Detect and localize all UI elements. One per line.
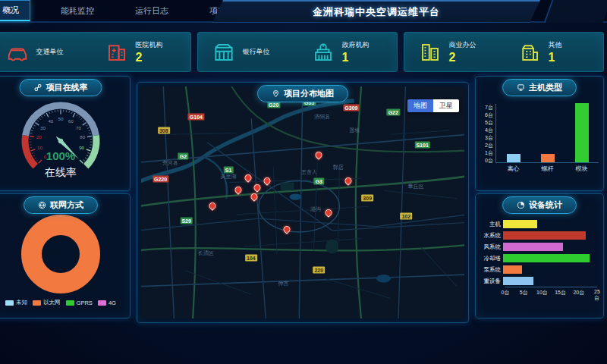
x-tick-label: 0台 bbox=[502, 289, 510, 297]
x-axis: 0台5台10台15台20台25台 bbox=[505, 287, 597, 296]
stat-card: 银行单位政府机构1 bbox=[197, 32, 398, 72]
stat-item: 商业办公2 bbox=[404, 33, 504, 71]
network-donut-chart bbox=[21, 215, 100, 293]
government-icon bbox=[312, 41, 335, 64]
y-tick-label: 3台 bbox=[485, 134, 493, 142]
map-view-button[interactable]: 地图 bbox=[407, 99, 433, 112]
stat-count: 2 bbox=[136, 51, 177, 64]
nav-tab[interactable]: 运行日志 bbox=[124, 0, 179, 21]
x-tick-label: 5台 bbox=[520, 289, 528, 297]
stats-row: 交通单位医院机构2银行单位政府机构1商业办公2其他1 bbox=[0, 32, 604, 72]
top-nav: 概况能耗监控运行日志项目列表视频监控 金洲科瑞中央空调运维平台 bbox=[0, 0, 607, 23]
category-label: 泵系统 bbox=[480, 266, 503, 274]
chart-row: 泵系统 bbox=[480, 264, 597, 275]
svg-text:50: 50 bbox=[58, 116, 64, 121]
map-place-label: 仲宫 bbox=[278, 280, 288, 287]
road-badge: G22 bbox=[387, 108, 400, 115]
category-label: 水系统 bbox=[480, 232, 503, 240]
header-title-panel: 金洲科瑞中央空调运维平台 bbox=[212, 0, 540, 23]
device-stats-title: 设备统计 bbox=[529, 199, 562, 211]
host-type-header: 主机类型 bbox=[502, 79, 577, 96]
bar bbox=[507, 154, 521, 162]
bar-track bbox=[503, 243, 597, 251]
stat-meta: 医院机构2 bbox=[136, 40, 177, 64]
category-label: 风系统 bbox=[480, 243, 503, 251]
bar bbox=[503, 254, 590, 262]
stat-card: 交通单位医院机构2 bbox=[0, 32, 191, 72]
svg-text:20: 20 bbox=[36, 134, 42, 140]
y-tick-label: 7台 bbox=[485, 104, 493, 111]
legend-label: 未知 bbox=[16, 299, 27, 306]
legend-chip bbox=[5, 300, 14, 306]
main-grid: 项目在线率 0102030405060708090 100% 在线率 联网方式 … bbox=[0, 76, 604, 323]
bar-track bbox=[503, 254, 597, 262]
map-roads-layer bbox=[141, 86, 464, 318]
road-badge: G104 bbox=[188, 113, 204, 120]
bar bbox=[503, 243, 563, 251]
category-label: 主机 bbox=[480, 221, 503, 228]
map-place-label: 齐河县 bbox=[162, 159, 178, 167]
legend-chip bbox=[33, 300, 41, 306]
map-place-label: 章丘区 bbox=[408, 183, 424, 190]
globe-icon bbox=[38, 201, 46, 209]
stat-meta: 银行单位 bbox=[243, 47, 284, 58]
nav-tab[interactable]: 概况 bbox=[0, 0, 30, 21]
x-tick-label: 25台 bbox=[594, 289, 600, 302]
stat-count: 1 bbox=[549, 51, 590, 64]
road-badge: S1 bbox=[224, 167, 234, 174]
y-tick-label: 1台 bbox=[485, 149, 493, 157]
map-canvas[interactable]: 地图 卫星 齐河县济阳县遥墙美里湖王舍人郭店章丘区港沟长清区仲宫G20G35G2… bbox=[141, 86, 464, 318]
bar bbox=[575, 103, 589, 162]
host-type-title: 主机类型 bbox=[529, 82, 562, 93]
online-rate-title: 项目在线率 bbox=[46, 82, 88, 93]
legend-item[interactable]: 4G bbox=[98, 299, 116, 306]
office-icon bbox=[419, 41, 442, 64]
bar bbox=[503, 277, 533, 285]
page-title: 金洲科瑞中央空调运维平台 bbox=[313, 5, 440, 19]
stat-item: 交通单位 bbox=[0, 33, 91, 71]
stat-card: 商业办公2其他1 bbox=[404, 32, 604, 72]
pie-chart-icon bbox=[517, 201, 525, 209]
map-title: 项目分布地图 bbox=[284, 88, 334, 99]
host-type-panel: 主机类型 7台6台5台4台3台2台1台0台 离心螺杆模块 bbox=[475, 76, 604, 191]
legend-item[interactable]: GPRS bbox=[66, 299, 93, 306]
road-badge: 308 bbox=[158, 127, 170, 134]
chiller-icon bbox=[517, 83, 525, 92]
map-place-label: 遥墙 bbox=[349, 127, 360, 134]
chart-row: 冷却塔 bbox=[480, 253, 597, 264]
svg-text:60: 60 bbox=[68, 118, 74, 124]
stat-count: 2 bbox=[449, 51, 490, 64]
legend-label: 以太网 bbox=[43, 299, 61, 306]
device-stats-chart: 主机水系统风系统冷却塔泵系统重设备0台5台10台15台20台25台 bbox=[480, 218, 597, 296]
hospital-icon bbox=[105, 41, 128, 64]
stat-meta: 商业办公2 bbox=[449, 40, 490, 64]
stat-count: 1 bbox=[342, 51, 383, 64]
legend-label: 4G bbox=[109, 300, 116, 306]
map-panel: 项目分布地图 bbox=[137, 82, 469, 323]
chart-row: 水系统 bbox=[480, 230, 597, 241]
legend-item[interactable]: 未知 bbox=[5, 299, 27, 306]
satellite-view-button[interactable]: 卫星 bbox=[433, 99, 459, 112]
bar-track bbox=[503, 220, 597, 228]
y-tick-label: 2台 bbox=[485, 142, 493, 149]
stat-label: 其他 bbox=[549, 40, 590, 50]
category-label: 冷却塔 bbox=[480, 255, 503, 262]
x-tick-label: 模块 bbox=[576, 165, 588, 173]
road-badge: 102 bbox=[400, 213, 412, 220]
online-rate-panel: 项目在线率 0102030405060708090 100% 在线率 bbox=[0, 76, 131, 191]
road-badge: G3 bbox=[314, 178, 324, 185]
x-tick-label: 15台 bbox=[555, 289, 566, 297]
road-badge: G2 bbox=[178, 152, 188, 159]
legend-chip bbox=[66, 300, 74, 306]
map-place-label: 郭店 bbox=[333, 164, 344, 171]
map-place-label: 济阳县 bbox=[314, 113, 330, 121]
bar-track bbox=[503, 277, 597, 285]
stat-item: 银行单位 bbox=[198, 33, 297, 71]
stat-label: 医院机构 bbox=[136, 40, 177, 50]
nav-tab[interactable]: 能耗监控 bbox=[50, 0, 105, 21]
chart-row: 风系统 bbox=[480, 241, 597, 253]
x-tick-label: 离心 bbox=[508, 165, 520, 173]
bar-track bbox=[503, 231, 597, 240]
legend-item[interactable]: 以太网 bbox=[33, 299, 61, 306]
app-root: 概况能耗监控运行日志项目列表视频监控 金洲科瑞中央空调运维平台 交通单位医院机构… bbox=[0, 0, 607, 323]
